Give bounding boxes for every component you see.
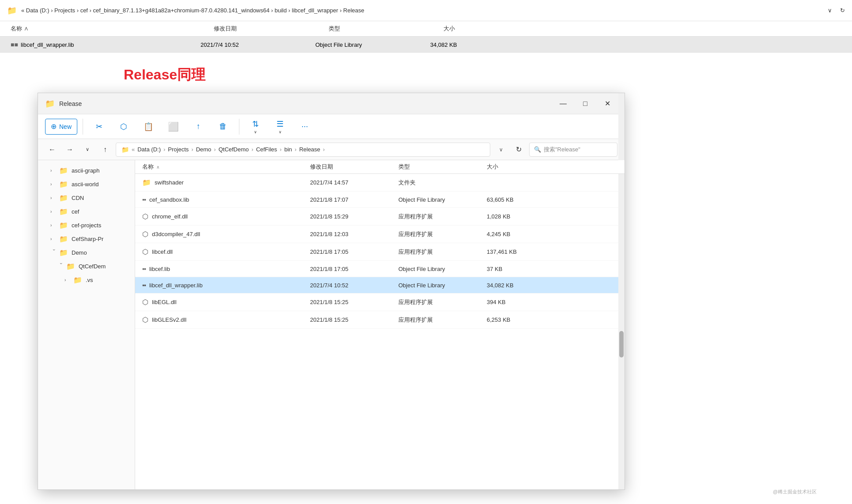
fr-size-cell: 1,028 KB <box>487 213 549 220</box>
bg-breadcrumb: 📁 « Data (D:) › Projects › cef › cef_bin… <box>0 0 852 21</box>
lib-icon: ▪▪ <box>142 282 146 289</box>
address-sep-5: › <box>251 146 253 153</box>
maximize-button[interactable]: □ <box>575 97 595 111</box>
lib-icon: ▪▪ <box>142 265 146 272</box>
file-row-cef-sandbox[interactable]: ▪▪ cef_sandbox.lib 2021/1/8 17:07 Object… <box>135 192 625 208</box>
address-drive: Data (D:) <box>137 146 161 153</box>
fr-date-cell: 2021/1/8 12:03 <box>310 231 398 237</box>
file-row-libcef-wrapper[interactable]: ▪▪ libcef_dll_wrapper.lib 2021/7/4 10:52… <box>135 277 625 293</box>
copy-button[interactable]: ⬡ <box>113 117 134 136</box>
share-icon: ↑ <box>197 122 201 131</box>
address-bar[interactable]: 📁 « Data (D:) › Projects › Demo › QtCefD… <box>116 143 490 157</box>
sidebar-item-cef-projects[interactable]: › 📁 cef-projects <box>38 218 135 232</box>
refresh-button[interactable]: ↻ <box>511 143 526 157</box>
scrollbar-thumb[interactable] <box>619 331 624 357</box>
file-row-d3dcompiler[interactable]: ⬡ d3dcompiler_47.dll 2021/1/8 12:03 应用程序… <box>135 226 625 243</box>
rename-icon: ⬜ <box>168 121 179 132</box>
col-date: 修改日期 <box>310 163 398 171</box>
rename-button[interactable]: ⬜ <box>163 117 184 136</box>
search-box[interactable]: 🔍 搜索"Release" <box>529 143 617 157</box>
view-button[interactable]: ☰ ∨ <box>269 117 291 136</box>
share-button[interactable]: ↑ <box>188 117 209 136</box>
file-row-swiftshader[interactable]: 📁 swiftshader 2021/7/4 14:57 文件夹 <box>135 174 625 192</box>
view-dropdown: ∨ <box>279 130 282 134</box>
paste-icon: 📋 <box>144 122 153 132</box>
file-row-chrome-elf[interactable]: ⬡ chrome_elf.dll 2021/1/8 15:29 应用程序扩展 1… <box>135 208 625 226</box>
col-size: 大小 <box>487 163 549 171</box>
minimize-button[interactable]: — <box>553 97 573 111</box>
bg-col-size: 大小 <box>443 25 514 33</box>
bg-file-row: ■■ libcef_dll_wrapper.lib 2021/7/4 10:52… <box>0 37 852 53</box>
sidebar-item-cdn[interactable]: › 📁 CDN <box>38 191 135 205</box>
address-sep-6: › <box>280 146 281 153</box>
close-button[interactable]: ✕ <box>597 97 617 111</box>
folder-icon: 📁 <box>59 194 68 202</box>
scrollbar[interactable] <box>618 160 625 489</box>
file-row-libegl[interactable]: ⬡ libEGL.dll 2021/1/8 15:25 应用程序扩展 394 K… <box>135 293 625 311</box>
sidebar-label: .vs <box>86 277 93 283</box>
address-bin: bin <box>284 146 292 153</box>
fr-name-cell: ▪▪ libcef.lib <box>142 265 310 272</box>
expand-icon: › <box>50 182 57 187</box>
fr-name-cell: ⬡ d3dcompiler_47.dll <box>142 230 310 238</box>
file-row-libcef-lib[interactable]: ▪▪ libcef.lib 2021/1/8 17:05 Object File… <box>135 261 625 277</box>
folder-icon: 📁 <box>73 276 82 284</box>
view-icon: ☰ <box>276 119 284 129</box>
address-sep-8: › <box>323 146 325 153</box>
back-button[interactable]: ← <box>45 143 59 157</box>
file-name: swiftshader <box>155 179 184 186</box>
folder-icon: 📁 <box>59 166 68 175</box>
sidebar-item-ascii-world[interactable]: › 📁 ascii-world <box>38 177 135 191</box>
sidebar-label: Demo <box>72 249 87 256</box>
bg-file-type-cell: Object File Library <box>315 41 430 48</box>
new-label: New <box>59 123 72 130</box>
bg-col-date: 修改日期 <box>214 25 329 33</box>
fr-size-cell: 63,605 KB <box>487 196 549 203</box>
expand-icon: › <box>50 168 57 173</box>
sidebar-item-qtcef[interactable]: › 📁 QtCefDem <box>38 260 135 273</box>
fr-name-cell: ▪▪ libcef_dll_wrapper.lib <box>142 282 310 289</box>
file-name: d3dcompiler_47.dll <box>152 231 200 237</box>
up-directory-button[interactable]: ↑ <box>98 143 112 157</box>
file-row-libcef-dll[interactable]: ⬡ libcef.dll 2021/1/8 17:05 应用程序扩展 137,4… <box>135 243 625 261</box>
sidebar-item-cefsharp[interactable]: › 📁 CefSharp-Pr <box>38 232 135 246</box>
file-row-libgles[interactable]: ⬡ libGLESv2.dll 2021/1/8 15:25 应用程序扩展 6,… <box>135 311 625 329</box>
more-button[interactable]: ··· <box>294 117 315 136</box>
lib-icon: ▪▪ <box>142 196 146 203</box>
up-down-button[interactable]: ∨ <box>80 143 95 157</box>
dll-icon: ⬡ <box>142 212 148 221</box>
sort-icon: ⇅ <box>252 119 259 129</box>
file-name: libGLESv2.dll <box>152 316 186 323</box>
fr-size-cell: 4,245 KB <box>487 231 549 237</box>
expand-icon: › <box>59 263 64 270</box>
fr-name-cell: ▪▪ cef_sandbox.lib <box>142 196 310 203</box>
expand-icon: › <box>64 278 72 282</box>
forward-button[interactable]: → <box>63 143 77 157</box>
address-sep-3: › <box>191 146 193 153</box>
delete-button[interactable]: 🗑 <box>212 117 234 136</box>
address-qtcef: QtCefDemo <box>219 146 249 153</box>
nav-bar: ← → ∨ ↑ 📁 « Data (D:) › Projects › Demo … <box>38 139 625 160</box>
address-sep-7: › <box>295 146 296 153</box>
sidebar-item-vs[interactable]: › 📁 .vs <box>38 273 135 287</box>
sidebar-label: QtCefDem <box>79 263 106 270</box>
sidebar-label: CefSharp-Pr <box>72 236 103 242</box>
file-name: cef_sandbox.lib <box>149 196 189 203</box>
col-sort-icon: ∧ <box>156 165 159 169</box>
fr-date-cell: 2021/1/8 17:07 <box>310 196 398 203</box>
sidebar-item-cef[interactable]: › 📁 cef <box>38 205 135 218</box>
cut-button[interactable]: ✂ <box>88 117 110 136</box>
paste-button[interactable]: 📋 <box>138 117 159 136</box>
sort-button[interactable]: ⇅ ∨ <box>245 117 266 136</box>
bg-col-name: 名称 ∧ <box>11 25 214 33</box>
address-sep-4: › <box>214 146 216 153</box>
sidebar-item-ascii-graph[interactable]: › 📁 ascii-graph <box>38 164 135 177</box>
address-dropdown-button[interactable]: ∨ <box>494 143 508 157</box>
fr-type-cell: 应用程序扩展 <box>398 316 487 324</box>
col-name-label: 名称 <box>142 163 154 171</box>
sidebar-item-demo[interactable]: › 📁 Demo <box>38 246 135 260</box>
address-release: Release <box>299 146 320 153</box>
new-button[interactable]: ⊕ New <box>45 119 77 135</box>
fr-name-cell: ⬡ chrome_elf.dll <box>142 212 310 221</box>
toolbar: ⊕ New ✂ ⬡ 📋 ⬜ ↑ 🗑 ⇅ ∨ ☰ ∨ <box>38 114 625 139</box>
